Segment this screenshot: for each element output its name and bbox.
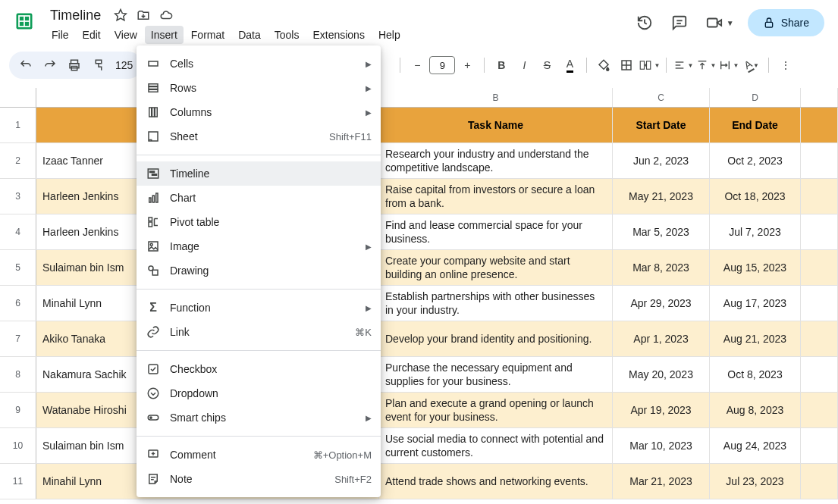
- cell-end-date[interactable]: Aug 21, 2023: [710, 321, 801, 356]
- insert-menu-columns[interactable]: Columns ▶: [137, 100, 381, 124]
- row-header[interactable]: 8: [0, 357, 36, 392]
- cell-start-date[interactable]: May 20, 2023: [613, 357, 710, 392]
- font-size-input[interactable]: 9: [429, 56, 455, 74]
- menu-extensions[interactable]: Extensions: [306, 26, 370, 44]
- cell-empty[interactable]: [801, 143, 838, 178]
- cell-empty[interactable]: [801, 321, 838, 356]
- vertical-align-button[interactable]: ▼: [695, 55, 717, 76]
- sheets-logo[interactable]: [9, 6, 39, 36]
- cell-task[interactable]: Use social media to connect with potenti…: [379, 428, 613, 463]
- menu-file[interactable]: File: [46, 26, 75, 44]
- spreadsheet-grid[interactable]: B C D 1 Employee Task Name Start Date En…: [0, 88, 838, 504]
- cell-task[interactable]: Research your industry and understand th…: [379, 143, 613, 178]
- header-cell-empty[interactable]: [801, 108, 838, 142]
- cell-end-date[interactable]: Jul 23, 2023: [710, 464, 801, 499]
- move-icon[interactable]: [136, 8, 151, 23]
- header-cell-task[interactable]: Task Name: [379, 108, 613, 142]
- fill-color-button[interactable]: [593, 55, 614, 76]
- cell-start-date[interactable]: Mar 5, 2023: [613, 214, 710, 249]
- column-header[interactable]: D: [710, 88, 801, 107]
- paint-format-button[interactable]: [88, 55, 109, 76]
- font-size-increase[interactable]: +: [457, 55, 478, 76]
- zoom-level[interactable]: 125: [112, 59, 136, 71]
- text-color-button[interactable]: A: [559, 55, 580, 76]
- cell-start-date[interactable]: Apr 1, 2023: [613, 321, 710, 356]
- insert-menu-dropdown[interactable]: Dropdown: [137, 381, 381, 405]
- cell-start-date[interactable]: May 21, 2023: [613, 179, 710, 214]
- cell-end-date[interactable]: Jul 7, 2023: [710, 214, 801, 249]
- row-header[interactable]: 4: [0, 214, 36, 249]
- cell-start-date[interactable]: Mar 21, 2023: [613, 464, 710, 499]
- history-icon[interactable]: [634, 12, 655, 33]
- insert-menu-checkbox[interactable]: Checkbox: [137, 357, 381, 381]
- insert-menu-rows[interactable]: Rows ▶: [137, 76, 381, 100]
- share-button[interactable]: Share: [748, 9, 824, 36]
- insert-menu-chart[interactable]: Chart: [137, 186, 381, 210]
- row-header[interactable]: 2: [0, 143, 36, 178]
- menu-help[interactable]: Help: [372, 26, 406, 44]
- insert-menu-smart-chips[interactable]: Smart chips ▶: [137, 405, 381, 430]
- cell-end-date[interactable]: Aug 15, 2023: [710, 250, 801, 285]
- insert-menu-sheet[interactable]: Sheet Shift+F11: [137, 124, 381, 149]
- meet-icon[interactable]: [704, 12, 725, 33]
- cell-task[interactable]: Develop your brand identity and position…: [379, 321, 613, 356]
- row-header[interactable]: 9: [0, 393, 36, 427]
- star-icon[interactable]: [113, 8, 128, 23]
- menu-insert[interactable]: Insert: [145, 26, 184, 44]
- header-cell-start[interactable]: Start Date: [613, 108, 710, 142]
- cell-end-date[interactable]: Aug 8, 2023: [710, 393, 801, 427]
- cell-end-date[interactable]: Aug 17, 2023: [710, 286, 801, 321]
- row-header[interactable]: 11: [0, 464, 36, 499]
- cell-empty[interactable]: [801, 250, 838, 285]
- cell-task[interactable]: Create your company website and start bu…: [379, 250, 613, 285]
- insert-menu-drawing[interactable]: Drawing: [137, 258, 381, 283]
- cell-end-date[interactable]: Oct 8, 2023: [710, 357, 801, 392]
- cell-empty[interactable]: [801, 428, 838, 463]
- cell-start-date[interactable]: Jun 2, 2023: [613, 143, 710, 178]
- cell-task[interactable]: Attend trade shows and networking events…: [379, 464, 613, 499]
- row-header[interactable]: 6: [0, 286, 36, 321]
- redo-button[interactable]: [39, 55, 61, 76]
- insert-menu-link[interactable]: Link ⌘K: [137, 320, 381, 344]
- header-cell-end[interactable]: End Date: [710, 108, 801, 142]
- bold-button[interactable]: B: [491, 55, 512, 76]
- italic-button[interactable]: I: [513, 55, 535, 76]
- cell-task[interactable]: Purchase the necessary equipment and sup…: [379, 357, 613, 392]
- menu-edit[interactable]: Edit: [77, 26, 107, 44]
- row-header[interactable]: 10: [0, 428, 36, 463]
- column-header[interactable]: C: [613, 88, 710, 107]
- insert-menu-function[interactable]: Σ Function ▶: [137, 296, 381, 320]
- cell-empty[interactable]: [801, 464, 838, 499]
- menu-format[interactable]: Format: [185, 26, 231, 44]
- row-header[interactable]: 7: [0, 321, 36, 356]
- insert-menu-note[interactable]: Note Shift+F2: [137, 467, 381, 491]
- select-all-corner[interactable]: [0, 88, 36, 107]
- document-title[interactable]: Timeline: [46, 6, 105, 25]
- cell-end-date[interactable]: Oct 2, 2023: [710, 143, 801, 178]
- cell-start-date[interactable]: Apr 29, 2023: [613, 286, 710, 321]
- cell-empty[interactable]: [801, 357, 838, 392]
- row-header[interactable]: 5: [0, 250, 36, 285]
- cell-end-date[interactable]: Oct 18, 2023: [710, 179, 801, 214]
- text-wrap-button[interactable]: ▼: [718, 55, 739, 76]
- cell-empty[interactable]: [801, 214, 838, 249]
- cell-empty[interactable]: [801, 393, 838, 427]
- strikethrough-button[interactable]: S: [536, 55, 557, 76]
- row-header[interactable]: 3: [0, 179, 36, 214]
- cell-end-date[interactable]: Aug 24, 2023: [710, 428, 801, 463]
- cell-start-date[interactable]: Mar 8, 2023: [613, 250, 710, 285]
- menu-tools[interactable]: Tools: [268, 26, 306, 44]
- borders-button[interactable]: [616, 55, 637, 76]
- cell-task[interactable]: Plan and execute a grand opening or laun…: [379, 393, 613, 427]
- row-header[interactable]: 1: [0, 108, 36, 142]
- print-button[interactable]: [64, 55, 85, 76]
- cell-empty[interactable]: [801, 179, 838, 214]
- insert-menu-image[interactable]: Image ▶: [137, 234, 381, 258]
- insert-menu-cells[interactable]: Cells ▶: [137, 52, 381, 76]
- cell-empty[interactable]: [801, 286, 838, 321]
- insert-menu-timeline[interactable]: Timeline: [137, 161, 381, 186]
- insert-menu-pivot-table[interactable]: Pivot table: [137, 210, 381, 234]
- cell-start-date[interactable]: Mar 10, 2023: [613, 428, 710, 463]
- column-header[interactable]: B: [379, 88, 613, 107]
- cloud-status-icon[interactable]: [158, 8, 174, 23]
